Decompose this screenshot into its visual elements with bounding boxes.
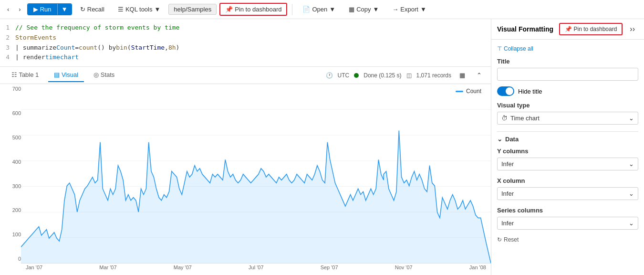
- run-dropdown-button[interactable]: ▼: [57, 4, 72, 15]
- x-column-label: X column: [497, 177, 638, 184]
- tab-stats-label: Stats: [101, 71, 115, 78]
- open-dropdown-arrow: ▼: [329, 6, 335, 13]
- expand-right-button[interactable]: ››: [626, 23, 638, 35]
- code-kw-count: Count: [56, 43, 75, 53]
- editor-line-4: 4 | render timechart: [0, 53, 491, 63]
- x-column-chevron: ⌄: [629, 190, 634, 197]
- open-button[interactable]: 📄 Open ▼: [297, 3, 341, 15]
- title-input[interactable]: [497, 68, 638, 81]
- utc-label: UTC: [338, 72, 350, 79]
- line-number-2: 2: [0, 33, 15, 43]
- copy-dropdown-arrow: ▼: [373, 6, 379, 13]
- export-button[interactable]: → Export ▼: [387, 3, 431, 15]
- x-label-jul07: Jul '07: [249, 264, 263, 275]
- right-panel-header: Visual Formatting 📌 Pin to dashboard ››: [491, 19, 644, 40]
- x-label-sep07: Sep '07: [321, 264, 338, 275]
- recall-icon: ↻: [80, 6, 85, 13]
- line-number-4: 4: [0, 53, 15, 63]
- series-columns-row: Infer ⌄: [497, 217, 638, 230]
- editor-line-2: 2 StormEvents: [0, 33, 491, 43]
- recall-label: Recall: [87, 6, 104, 13]
- line-number-1: 1: [0, 23, 15, 33]
- hide-title-row: Hide title: [497, 86, 638, 96]
- copy-label: Copy: [356, 6, 371, 13]
- collapse-results-button[interactable]: ⌃: [473, 70, 485, 80]
- pin-label: Pin to dashboard: [235, 6, 281, 13]
- copy-results-button[interactable]: ▦: [456, 70, 468, 80]
- code-render-type: timechart: [45, 53, 79, 63]
- sample-label: help/Samples: [174, 6, 211, 13]
- collapse-all-label: Collapse all: [504, 45, 533, 52]
- kql-icon: ☰: [118, 6, 124, 13]
- utc-icon: 🕐: [326, 72, 333, 79]
- pin-to-dashboard-button-right[interactable]: 📌 Pin to dashboard: [559, 23, 623, 35]
- visual-type-row: ⏱ Time chart ⌄: [497, 112, 638, 125]
- copy-icon: ▦: [349, 6, 354, 13]
- open-label: Open: [312, 6, 327, 13]
- y-columns-chevron: ⌄: [629, 160, 634, 168]
- series-columns-label: Series columns: [497, 207, 638, 214]
- chart-canvas: [21, 84, 491, 264]
- run-label: Run: [40, 6, 52, 13]
- pin-right-label: Pin to dashboard: [574, 26, 617, 32]
- collapse-icon: ⊤: [497, 45, 502, 52]
- reset-icon: ↻: [497, 236, 502, 243]
- hide-title-toggle[interactable]: [497, 86, 514, 96]
- reset-label: Reset: [504, 236, 519, 243]
- visual-type-select[interactable]: ⏱ Time chart ⌄: [497, 112, 638, 125]
- right-panel: Visual Formatting 📌 Pin to dashboard ›› …: [491, 19, 644, 275]
- x-label-jan08: Jan '08: [469, 264, 486, 275]
- x-axis: Jan '07 Mar '07 May '07 Jul '07 Sep '07 …: [21, 264, 491, 275]
- code-eq: =: [75, 43, 79, 53]
- run-button[interactable]: ▶ Run: [28, 4, 57, 15]
- pin-icon: 📌: [225, 6, 233, 13]
- code-close-paren: ): [176, 43, 180, 53]
- code-func-count: count: [79, 43, 97, 53]
- tab-visual[interactable]: ▤ Visual: [48, 68, 84, 82]
- series-columns-select[interactable]: Infer ⌄: [497, 217, 638, 230]
- code-editor[interactable]: 1 // See the frequency of storm events b…: [0, 19, 491, 67]
- editor-line-1: 1 // See the frequency of storm events b…: [0, 23, 491, 33]
- run-button-group: ▶ Run ▼: [27, 3, 72, 15]
- status-dot: [354, 73, 359, 78]
- series-columns-chevron: ⌄: [629, 220, 634, 227]
- nav-back-button[interactable]: ‹: [4, 3, 12, 15]
- sample-badge: help/Samples: [168, 4, 217, 15]
- tab-table1[interactable]: ☷ Table 1: [6, 68, 44, 82]
- kql-dropdown-arrow: ▼: [154, 6, 160, 13]
- code-param-starttime: StartTime: [131, 43, 165, 53]
- tab-table1-label: Table 1: [19, 71, 39, 78]
- time-chart-svg: [21, 84, 491, 264]
- x-column-row: Infer ⌄: [497, 187, 638, 200]
- export-dropdown-arrow: ▼: [420, 6, 426, 13]
- x-column-select[interactable]: Infer ⌄: [497, 187, 638, 200]
- pin-to-dashboard-button-top[interactable]: 📌 Pin to dashboard: [219, 3, 287, 16]
- recall-button[interactable]: ↻ Recall: [75, 3, 110, 15]
- data-section-header[interactable]: ⌄ Data: [497, 136, 638, 143]
- tab-stats[interactable]: ◎ Stats: [88, 68, 120, 82]
- main-toolbar: ‹ › ▶ Run ▼ ↻ Recall ☰ KQL tools ▼ help/…: [0, 0, 644, 19]
- y-label-300: 300: [2, 183, 21, 189]
- y-label-600: 600: [2, 110, 21, 116]
- run-play-icon: ▶: [33, 6, 38, 13]
- kql-tools-button[interactable]: ☰ KQL tools ▼: [113, 3, 166, 15]
- copy-button[interactable]: ▦ Copy ▼: [343, 3, 384, 15]
- code-pipe-3: | summarize: [15, 43, 56, 53]
- kql-tools-label: KQL tools: [125, 6, 153, 13]
- reset-button[interactable]: ↻ Reset: [497, 236, 519, 243]
- nav-forward-button[interactable]: ›: [15, 3, 24, 15]
- results-status: 🕐 UTC Done (0.125 s) ◫ 1,071 records ▦ ⌃: [326, 70, 485, 80]
- visual-type-value-container: ⏱ Time chart: [501, 115, 540, 122]
- tab-visual-label: Visual: [62, 71, 78, 78]
- visual-tab-icon: ▤: [54, 71, 60, 78]
- records-icon: ◫: [406, 72, 412, 79]
- y-label-700: 700: [2, 86, 21, 92]
- records-count: 1,071 records: [416, 72, 451, 79]
- y-columns-select[interactable]: Infer ⌄: [497, 158, 638, 170]
- visual-type-label: Visual type: [497, 102, 638, 109]
- table-icon: ☷: [11, 71, 17, 78]
- collapse-all-button[interactable]: ⊤ Collapse all: [497, 45, 533, 52]
- line-number-3: 3: [0, 43, 15, 53]
- x-label-mar07: Mar '07: [99, 264, 116, 275]
- x-column-value: Infer: [501, 190, 514, 197]
